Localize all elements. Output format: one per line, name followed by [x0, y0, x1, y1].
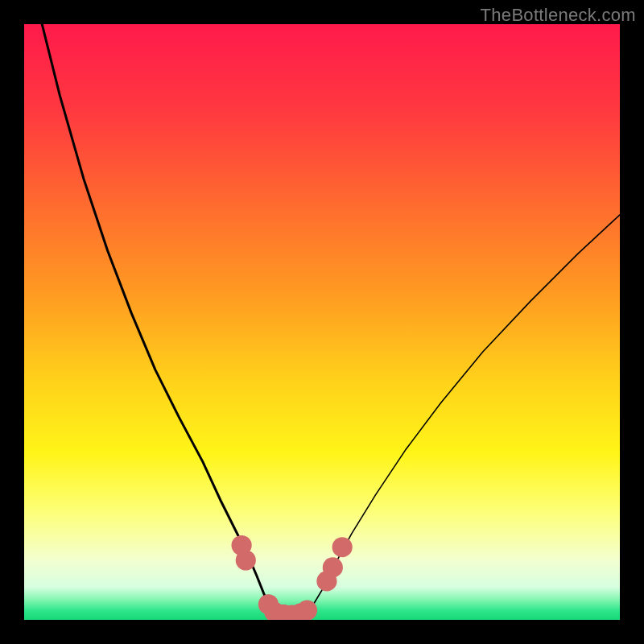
data-marker: [297, 601, 317, 620]
data-marker: [236, 550, 256, 570]
data-marker: [332, 537, 353, 557]
curve-layer: [24, 24, 620, 620]
curve-right-branch: [308, 215, 621, 613]
watermark-text: TheBottleneck.com: [481, 5, 636, 26]
curve-markers: [232, 535, 353, 620]
curve-left-branch: [42, 24, 273, 612]
data-marker: [323, 557, 343, 577]
plot-area: [24, 24, 620, 620]
chart-frame: TheBottleneck.com: [0, 0, 644, 644]
curve-series: [42, 24, 620, 612]
